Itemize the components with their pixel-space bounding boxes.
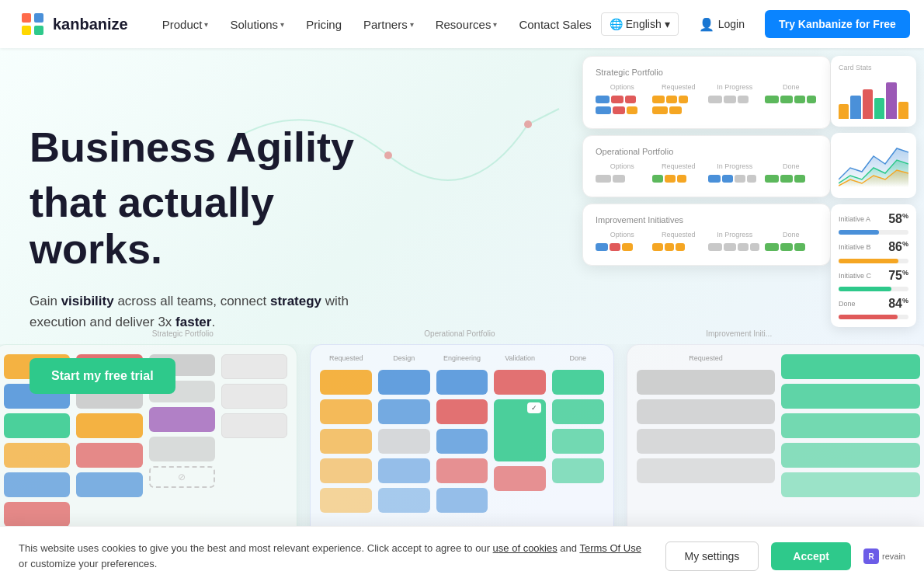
nav-contact[interactable]: Contact Sales — [509, 12, 600, 37]
hero-subtitle: that actually works. — [30, 179, 371, 272]
login-button[interactable]: 👤 Login — [688, 11, 756, 38]
strategic-portfolio-panel: Strategic Portfolio Options Requested In… — [582, 56, 831, 129]
chevron-down-icon: ▾ — [410, 20, 414, 29]
cookie-banner: This website uses cookies to give you th… — [0, 526, 924, 585]
globe-icon: 🌐 — [610, 18, 623, 30]
nav-items: Product ▾ Solutions ▾ Pricing Partners ▾… — [153, 12, 601, 37]
cookie-settings-button[interactable]: My settings — [665, 541, 759, 571]
logo[interactable]: kanbanize — [19, 10, 128, 38]
svg-point-5 — [524, 120, 532, 128]
chevron-down-icon: ▾ — [493, 20, 497, 29]
logo-text: kanbanize — [53, 16, 128, 33]
revain-badge: R revain — [863, 548, 905, 564]
chevron-down-icon: ▾ — [204, 20, 208, 29]
improvement-panel: Improvement Initiatives Options Requeste… — [582, 204, 831, 266]
nav-right: 🌐 English ▾ 👤 Login Try Kanbanize for Fr… — [601, 10, 910, 38]
svg-rect-1 — [22, 13, 31, 23]
operational-portfolio-panel: Operational Portfolio Options Requested … — [582, 135, 831, 197]
nav-product[interactable]: Product ▾ — [153, 12, 218, 37]
svg-text:R: R — [868, 552, 874, 561]
nav-partners[interactable]: Partners ▾ — [354, 12, 423, 37]
cookie-accept-button[interactable]: Accept — [771, 542, 851, 570]
svg-point-6 — [384, 151, 392, 159]
nav-solutions[interactable]: Solutions ▾ — [221, 12, 294, 37]
metrics-panel: Initiative A 58% Initiative B 86% Initia… — [831, 204, 916, 327]
svg-rect-2 — [34, 13, 43, 23]
card-stats-chart: Card Stats — [831, 56, 916, 127]
try-free-button[interactable]: Try Kanbanize for Free — [765, 10, 910, 38]
terms-link[interactable]: Terms Of Use — [579, 542, 641, 554]
hero-description: Gain visibility across all teams, connec… — [30, 291, 371, 333]
chevron-down-icon: ▾ — [665, 18, 670, 30]
cookie-text: This website uses cookies to give you th… — [19, 541, 653, 571]
user-icon: 👤 — [699, 17, 714, 32]
hero-content: Business Agility that actually works. Ga… — [30, 124, 371, 394]
hero-section: Business Agility that actually works. Ga… — [0, 0, 924, 585]
svg-rect-4 — [34, 26, 43, 35]
language-selector[interactable]: 🌐 English ▾ — [601, 12, 679, 36]
navbar: kanbanize Product ▾ Solutions ▾ Pricing … — [0, 0, 924, 48]
cookies-policy-link[interactable]: use of cookies — [493, 542, 558, 554]
area-chart-panel — [831, 133, 916, 198]
nav-resources[interactable]: Resources ▾ — [426, 12, 507, 37]
nav-pricing[interactable]: Pricing — [297, 12, 351, 37]
hero-title: Business Agility — [30, 124, 371, 170]
svg-rect-3 — [22, 26, 31, 35]
chevron-down-icon: ▾ — [280, 20, 284, 29]
start-trial-button[interactable]: Start my free trial — [30, 358, 175, 394]
